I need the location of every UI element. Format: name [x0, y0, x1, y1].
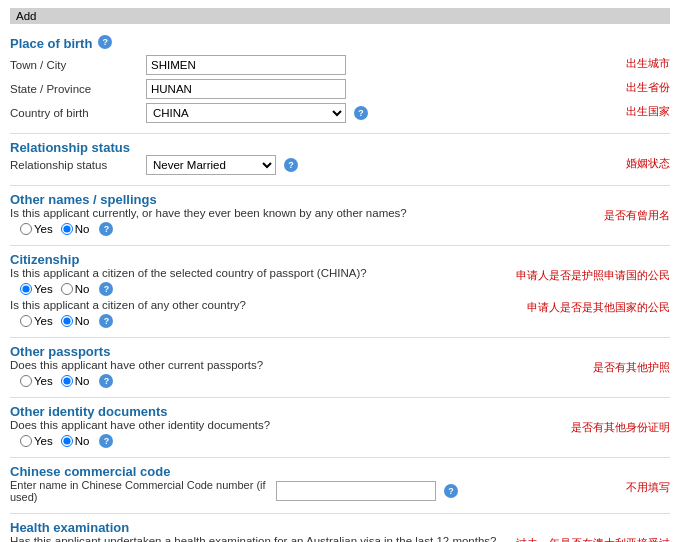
divider-4 — [10, 337, 670, 338]
other-passports-help-icon[interactable]: ? — [99, 374, 113, 388]
country-row: Country of birth CHINA ? 出生国家 — [10, 103, 670, 127]
state-annotation: 出生省份 — [626, 79, 670, 95]
divider-2 — [10, 185, 670, 186]
other-names-row: Is this applicant currently, or have the… — [10, 207, 670, 239]
relationship-help-icon[interactable]: ? — [284, 158, 298, 172]
relationship-annotation: 婚姻状态 — [626, 155, 670, 171]
other-names-no-radio[interactable] — [61, 223, 73, 235]
health-annotation-block: 过去一年是否在澳大利亚接受过 健康检查 — [516, 535, 670, 542]
country-field-row: Country of birth CHINA ? — [10, 103, 618, 123]
citizenship-q1-no-label[interactable]: No — [61, 283, 90, 295]
health-title: Health examination — [10, 520, 129, 535]
other-names-help-icon[interactable]: ? — [99, 222, 113, 236]
relationship-title: Relationship status — [10, 140, 130, 155]
other-names-title: Other names / spellings — [10, 192, 157, 207]
citizenship-q2-yes-radio[interactable] — [20, 315, 32, 327]
divider-7 — [10, 513, 670, 514]
country-help-icon[interactable]: ? — [354, 106, 368, 120]
other-identity-help-icon[interactable]: ? — [99, 434, 113, 448]
citizenship-q1-text: Is this applicant a citizen of the selec… — [10, 267, 508, 279]
town-label: Town / City — [10, 59, 140, 71]
other-passports-annotation: 是否有其他护照 — [593, 359, 670, 375]
chinese-code-annotation: 不用填写 — [626, 479, 670, 495]
divider-6 — [10, 457, 670, 458]
other-passports-no-radio[interactable] — [61, 375, 73, 387]
citizenship-q1-help-icon[interactable]: ? — [99, 282, 113, 296]
other-names-yes-radio[interactable] — [20, 223, 32, 235]
state-row: State / Province 出生省份 — [10, 79, 670, 103]
chinese-code-row: Enter name in Chinese Commercial Code nu… — [10, 479, 670, 507]
health-annotation-line1: 过去一年是否在澳大利亚接受过 — [516, 535, 670, 542]
add-bar: Add — [10, 8, 670, 24]
citizenship-q2-help-icon[interactable]: ? — [99, 314, 113, 328]
citizenship-q2-yes-label[interactable]: Yes — [20, 315, 53, 327]
other-identity-title: Other identity documents — [10, 404, 167, 419]
other-passports-yes-radio[interactable] — [20, 375, 32, 387]
relationship-section: Relationship status Relationship status … — [10, 140, 670, 179]
add-label: Add — [16, 10, 36, 22]
citizenship-q2-annotation: 申请人是否是其他国家的公民 — [527, 299, 670, 315]
divider-5 — [10, 397, 670, 398]
citizenship-q1-yes-label[interactable]: Yes — [20, 283, 53, 295]
chinese-code-input[interactable] — [276, 481, 436, 501]
citizenship-title: Citizenship — [10, 252, 79, 267]
other-identity-yes-radio[interactable] — [20, 435, 32, 447]
citizenship-q2-radio-group: Yes No ? — [20, 314, 519, 328]
town-input[interactable] — [146, 55, 346, 75]
relationship-row: Relationship status Never Married Marrie… — [10, 155, 670, 179]
other-names-no-label[interactable]: No — [61, 223, 90, 235]
other-passports-yes-label[interactable]: Yes — [20, 375, 53, 387]
state-field-row: State / Province — [10, 79, 618, 99]
country-annotation: 出生国家 — [626, 103, 670, 119]
state-input[interactable] — [146, 79, 346, 99]
citizenship-section: Citizenship Is this applicant a citizen … — [10, 252, 670, 331]
health-row: Has this applicant undertaken a health e… — [10, 535, 670, 542]
divider-3 — [10, 245, 670, 246]
place-of-birth-section: Place of birth ? Town / City 出生城市 State … — [10, 28, 670, 127]
divider-1 — [10, 133, 670, 134]
citizenship-q1-yes-radio[interactable] — [20, 283, 32, 295]
other-passports-title: Other passports — [10, 344, 110, 359]
other-identity-section: Other identity documents Does this appli… — [10, 404, 670, 451]
other-identity-question: Does this applicant have other identity … — [10, 419, 563, 431]
citizenship-q2-no-radio[interactable] — [61, 315, 73, 327]
other-passports-question: Does this applicant have other current p… — [10, 359, 585, 371]
country-label: Country of birth — [10, 107, 140, 119]
other-passports-no-label[interactable]: No — [61, 375, 90, 387]
other-passports-radio-group: Yes No ? — [20, 374, 585, 388]
other-identity-no-label[interactable]: No — [61, 435, 90, 447]
citizenship-q2-no-label[interactable]: No — [61, 315, 90, 327]
citizenship-q1-no-radio[interactable] — [61, 283, 73, 295]
relationship-label: Relationship status — [10, 159, 140, 171]
other-names-yes-label[interactable]: Yes — [20, 223, 53, 235]
other-names-question: Is this applicant currently, or have the… — [10, 207, 596, 219]
place-of-birth-title: Place of birth — [10, 36, 92, 51]
relationship-select[interactable]: Never Married Married Divorced Widowed S… — [146, 155, 276, 175]
chinese-code-section: Chinese commercial code Enter name in Ch… — [10, 464, 670, 507]
other-identity-yes-label[interactable]: Yes — [20, 435, 53, 447]
other-identity-no-radio[interactable] — [61, 435, 73, 447]
other-names-section: Other names / spellings Is this applican… — [10, 192, 670, 239]
other-names-radio-group: Yes No ? — [20, 222, 596, 236]
health-section: Health examination Has this applicant un… — [10, 520, 670, 542]
citizenship-q1-radio-group: Yes No ? — [20, 282, 508, 296]
other-passports-row: Does this applicant have other current p… — [10, 359, 670, 391]
town-field-row: Town / City — [10, 55, 618, 75]
country-select[interactable]: CHINA — [146, 103, 346, 123]
citizenship-q2-row: Is this applicant a citizen of any other… — [10, 299, 670, 331]
citizenship-q1-annotation: 申请人是否是护照申请国的公民 — [516, 267, 670, 283]
chinese-code-help-icon[interactable]: ? — [444, 484, 458, 498]
other-identity-annotation: 是否有其他身份证明 — [571, 419, 670, 435]
citizenship-q1-row: Is this applicant a citizen of the selec… — [10, 267, 670, 299]
state-label: State / Province — [10, 83, 140, 95]
other-identity-radio-group: Yes No ? — [20, 434, 563, 448]
other-passports-section: Other passports Does this applicant have… — [10, 344, 670, 391]
place-of-birth-help-icon[interactable]: ? — [98, 35, 112, 49]
other-identity-row: Does this applicant have other identity … — [10, 419, 670, 451]
town-row: Town / City 出生城市 — [10, 55, 670, 79]
chinese-code-label: Enter name in Chinese Commercial Code nu… — [10, 479, 270, 503]
relationship-field-row: Relationship status Never Married Marrie… — [10, 155, 618, 175]
chinese-code-title: Chinese commercial code — [10, 464, 170, 479]
other-names-annotation: 是否有曾用名 — [604, 207, 670, 223]
chinese-code-field-row: Enter name in Chinese Commercial Code nu… — [10, 479, 618, 503]
